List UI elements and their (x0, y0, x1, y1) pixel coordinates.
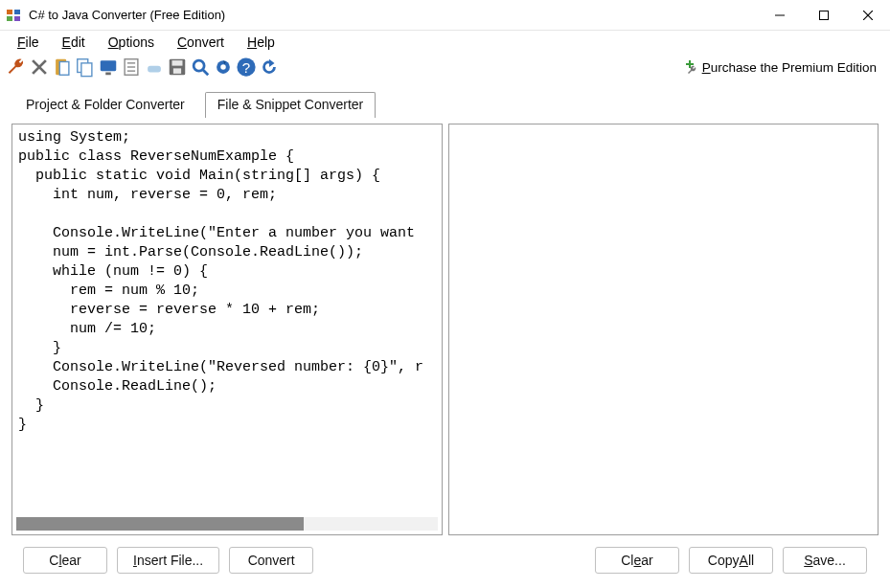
insert-file-button[interactable]: Insert File... (117, 547, 219, 574)
menu-convert[interactable]: Convert (168, 33, 234, 52)
titlebar: C# to Java Converter (Free Edition) (0, 0, 890, 31)
svg-rect-15 (105, 73, 111, 76)
save-button[interactable]: Save... (783, 547, 867, 574)
toolbar: ? Purchase the Premium Edition (0, 54, 890, 80)
svg-rect-20 (148, 66, 161, 73)
menu-help[interactable]: Help (238, 33, 285, 52)
menu-file[interactable]: File (8, 33, 49, 52)
svg-line-25 (203, 70, 209, 76)
svg-rect-13 (81, 63, 92, 77)
app-icon (6, 8, 21, 23)
minimize-button[interactable] (758, 0, 802, 31)
erase-icon[interactable] (144, 57, 165, 78)
save-icon[interactable] (167, 57, 188, 78)
svg-rect-0 (7, 10, 12, 14)
plus-wrench-icon (683, 59, 698, 75)
svg-rect-2 (7, 16, 12, 21)
gear-icon[interactable] (213, 57, 234, 78)
paste-icon[interactable] (52, 57, 73, 78)
svg-rect-11 (59, 62, 69, 76)
source-pane: using System; public class ReverseNumExa… (11, 124, 443, 535)
monitor-icon[interactable] (98, 57, 119, 78)
clear-left-button[interactable]: Clear (23, 547, 107, 574)
menu-edit[interactable]: Edit (53, 33, 95, 52)
copy-all-button[interactable]: Copy All (689, 547, 773, 574)
source-scrollbar[interactable] (16, 517, 438, 531)
refresh-icon[interactable] (259, 57, 280, 78)
svg-point-27 (220, 64, 226, 70)
svg-rect-3 (14, 16, 20, 21)
svg-rect-22 (172, 60, 183, 66)
svg-rect-14 (101, 60, 117, 71)
svg-rect-1 (14, 10, 20, 14)
tab-row: Project & Folder Converter File & Snippe… (0, 80, 890, 118)
source-code[interactable]: using System; public class ReverseNumExa… (12, 124, 442, 504)
svg-text:?: ? (242, 59, 250, 76)
sheet-icon[interactable] (121, 57, 142, 78)
convert-button[interactable]: Convert (229, 547, 313, 574)
help-icon[interactable]: ? (236, 57, 257, 78)
window-title: C# to Java Converter (Free Edition) (29, 8, 758, 22)
cut-icon[interactable] (29, 57, 50, 78)
menu-options[interactable]: Options (99, 33, 164, 52)
close-button[interactable] (846, 0, 890, 31)
tab-snippet[interactable]: File & Snippet Converter (205, 92, 377, 118)
svg-rect-23 (173, 68, 181, 74)
clear-right-button[interactable]: Clear (595, 547, 679, 574)
maximize-button[interactable] (802, 0, 846, 31)
svg-rect-5 (820, 11, 829, 20)
purchase-premium-link[interactable]: Purchase the Premium Edition (683, 59, 884, 75)
output-code[interactable] (449, 124, 879, 504)
search-icon[interactable] (190, 57, 211, 78)
copy-icon[interactable] (75, 57, 96, 78)
svg-point-24 (194, 60, 204, 71)
menubar: File Edit Options Convert Help (0, 31, 890, 54)
bottombar: Clear Insert File... Convert Clear Copy … (0, 535, 890, 585)
editor-area: using System; public class ReverseNumExa… (11, 124, 879, 535)
scrollbar-thumb[interactable] (16, 517, 304, 531)
output-pane (448, 124, 879, 535)
tab-project[interactable]: Project & Folder Converter (13, 92, 197, 118)
wrench-icon[interactable] (6, 57, 27, 78)
